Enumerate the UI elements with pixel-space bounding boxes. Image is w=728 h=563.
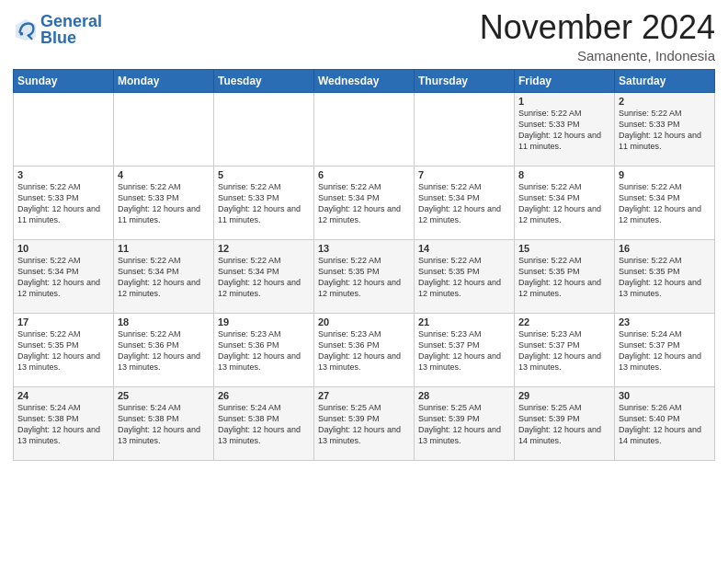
header-friday: Friday bbox=[515, 69, 615, 92]
day-info: Sunrise: 5:22 AM Sunset: 5:36 PM Dayligh… bbox=[118, 328, 210, 373]
day-info: Sunrise: 5:22 AM Sunset: 5:34 PM Dayligh… bbox=[619, 181, 711, 226]
day-number: 12 bbox=[218, 243, 310, 254]
calendar-cell: 21Sunrise: 5:23 AM Sunset: 5:37 PM Dayli… bbox=[415, 313, 515, 386]
day-info: Sunrise: 5:23 AM Sunset: 5:37 PM Dayligh… bbox=[418, 328, 510, 373]
title-block: November 2024 Samanente, Indonesia bbox=[480, 9, 715, 63]
day-number: 27 bbox=[318, 390, 410, 401]
calendar-cell: 11Sunrise: 5:22 AM Sunset: 5:34 PM Dayli… bbox=[114, 239, 214, 313]
day-info: Sunrise: 5:24 AM Sunset: 5:38 PM Dayligh… bbox=[218, 402, 310, 447]
calendar-cell: 25Sunrise: 5:24 AM Sunset: 5:38 PM Dayli… bbox=[114, 386, 214, 460]
calendar-cell: 28Sunrise: 5:25 AM Sunset: 5:39 PM Dayli… bbox=[415, 386, 515, 460]
calendar-cell: 7Sunrise: 5:22 AM Sunset: 5:34 PM Daylig… bbox=[415, 166, 515, 239]
day-number: 7 bbox=[418, 169, 510, 180]
day-number: 30 bbox=[619, 390, 711, 401]
day-number: 5 bbox=[218, 169, 310, 180]
calendar-week-2: 10Sunrise: 5:22 AM Sunset: 5:34 PM Dayli… bbox=[14, 239, 715, 313]
day-info: Sunrise: 5:22 AM Sunset: 5:34 PM Dayligh… bbox=[418, 181, 510, 226]
calendar-cell: 1Sunrise: 5:22 AM Sunset: 5:33 PM Daylig… bbox=[515, 92, 615, 166]
calendar-cell: 23Sunrise: 5:24 AM Sunset: 5:37 PM Dayli… bbox=[615, 313, 715, 386]
calendar-cell: 14Sunrise: 5:22 AM Sunset: 5:35 PM Dayli… bbox=[415, 239, 515, 313]
calendar-cell: 2Sunrise: 5:22 AM Sunset: 5:33 PM Daylig… bbox=[615, 92, 715, 166]
day-info: Sunrise: 5:22 AM Sunset: 5:35 PM Dayligh… bbox=[619, 255, 711, 300]
calendar-cell bbox=[214, 92, 314, 166]
day-number: 14 bbox=[418, 243, 510, 254]
day-number: 15 bbox=[518, 243, 610, 254]
calendar-cell: 30Sunrise: 5:26 AM Sunset: 5:40 PM Dayli… bbox=[615, 386, 715, 460]
location: Samanente, Indonesia bbox=[480, 48, 715, 63]
month-title: November 2024 bbox=[480, 9, 715, 46]
page: General Blue November 2024 Samanente, In… bbox=[0, 0, 728, 563]
day-number: 17 bbox=[17, 316, 109, 327]
day-info: Sunrise: 5:22 AM Sunset: 5:33 PM Dayligh… bbox=[518, 108, 610, 153]
calendar-cell: 3Sunrise: 5:22 AM Sunset: 5:33 PM Daylig… bbox=[14, 166, 114, 239]
calendar-cell bbox=[114, 92, 214, 166]
day-number: 24 bbox=[17, 390, 109, 401]
calendar-header-row: Sunday Monday Tuesday Wednesday Thursday… bbox=[14, 69, 715, 92]
day-info: Sunrise: 5:22 AM Sunset: 5:34 PM Dayligh… bbox=[518, 181, 610, 226]
day-info: Sunrise: 5:23 AM Sunset: 5:37 PM Dayligh… bbox=[518, 328, 610, 373]
header-sunday: Sunday bbox=[14, 69, 114, 92]
header: General Blue November 2024 Samanente, In… bbox=[13, 9, 715, 63]
calendar-cell: 13Sunrise: 5:22 AM Sunset: 5:35 PM Dayli… bbox=[314, 239, 415, 313]
calendar-cell: 8Sunrise: 5:22 AM Sunset: 5:34 PM Daylig… bbox=[515, 166, 615, 239]
svg-point-1 bbox=[19, 32, 23, 36]
calendar-cell: 12Sunrise: 5:22 AM Sunset: 5:34 PM Dayli… bbox=[214, 239, 314, 313]
calendar-cell: 18Sunrise: 5:22 AM Sunset: 5:36 PM Dayli… bbox=[114, 313, 214, 386]
day-number: 25 bbox=[118, 390, 210, 401]
day-number: 9 bbox=[619, 169, 711, 180]
day-info: Sunrise: 5:22 AM Sunset: 5:34 PM Dayligh… bbox=[17, 255, 109, 300]
day-info: Sunrise: 5:25 AM Sunset: 5:39 PM Dayligh… bbox=[518, 402, 610, 447]
calendar-cell bbox=[314, 92, 415, 166]
calendar-cell: 6Sunrise: 5:22 AM Sunset: 5:34 PM Daylig… bbox=[314, 166, 415, 239]
calendar-cell: 16Sunrise: 5:22 AM Sunset: 5:35 PM Dayli… bbox=[615, 239, 715, 313]
day-info: Sunrise: 5:22 AM Sunset: 5:35 PM Dayligh… bbox=[17, 328, 109, 373]
day-info: Sunrise: 5:22 AM Sunset: 5:35 PM Dayligh… bbox=[318, 255, 410, 300]
day-info: Sunrise: 5:22 AM Sunset: 5:33 PM Dayligh… bbox=[218, 181, 310, 226]
calendar-week-4: 24Sunrise: 5:24 AM Sunset: 5:38 PM Dayli… bbox=[14, 386, 715, 460]
day-number: 26 bbox=[218, 390, 310, 401]
logo: General Blue bbox=[13, 13, 102, 46]
calendar-cell: 24Sunrise: 5:24 AM Sunset: 5:38 PM Dayli… bbox=[14, 386, 114, 460]
day-number: 2 bbox=[619, 96, 711, 107]
day-number: 6 bbox=[318, 169, 410, 180]
calendar-week-0: 1Sunrise: 5:22 AM Sunset: 5:33 PM Daylig… bbox=[14, 92, 715, 166]
day-info: Sunrise: 5:22 AM Sunset: 5:34 PM Dayligh… bbox=[218, 255, 310, 300]
day-number: 20 bbox=[318, 316, 410, 327]
day-number: 28 bbox=[418, 390, 510, 401]
calendar-cell bbox=[415, 92, 515, 166]
header-monday: Monday bbox=[114, 69, 214, 92]
day-info: Sunrise: 5:26 AM Sunset: 5:40 PM Dayligh… bbox=[619, 402, 711, 447]
day-number: 29 bbox=[518, 390, 610, 401]
day-number: 21 bbox=[418, 316, 510, 327]
logo-text2: Blue bbox=[40, 29, 102, 46]
day-info: Sunrise: 5:23 AM Sunset: 5:36 PM Dayligh… bbox=[318, 328, 410, 373]
logo-text: General bbox=[40, 13, 102, 29]
calendar: Sunday Monday Tuesday Wednesday Thursday… bbox=[13, 69, 715, 461]
calendar-cell: 19Sunrise: 5:23 AM Sunset: 5:36 PM Dayli… bbox=[214, 313, 314, 386]
day-number: 4 bbox=[118, 169, 210, 180]
day-number: 10 bbox=[17, 243, 109, 254]
calendar-cell: 29Sunrise: 5:25 AM Sunset: 5:39 PM Dayli… bbox=[515, 386, 615, 460]
calendar-cell: 15Sunrise: 5:22 AM Sunset: 5:35 PM Dayli… bbox=[515, 239, 615, 313]
calendar-cell: 10Sunrise: 5:22 AM Sunset: 5:34 PM Dayli… bbox=[14, 239, 114, 313]
day-number: 18 bbox=[118, 316, 210, 327]
day-info: Sunrise: 5:22 AM Sunset: 5:33 PM Dayligh… bbox=[118, 181, 210, 226]
calendar-cell: 4Sunrise: 5:22 AM Sunset: 5:33 PM Daylig… bbox=[114, 166, 214, 239]
header-tuesday: Tuesday bbox=[214, 69, 314, 92]
day-info: Sunrise: 5:25 AM Sunset: 5:39 PM Dayligh… bbox=[318, 402, 410, 447]
day-number: 19 bbox=[218, 316, 310, 327]
day-info: Sunrise: 5:24 AM Sunset: 5:37 PM Dayligh… bbox=[619, 328, 711, 373]
day-number: 3 bbox=[17, 169, 109, 180]
day-info: Sunrise: 5:24 AM Sunset: 5:38 PM Dayligh… bbox=[17, 402, 109, 447]
day-number: 8 bbox=[518, 169, 610, 180]
day-info: Sunrise: 5:22 AM Sunset: 5:33 PM Dayligh… bbox=[17, 181, 109, 226]
day-number: 11 bbox=[118, 243, 210, 254]
day-info: Sunrise: 5:22 AM Sunset: 5:34 PM Dayligh… bbox=[118, 255, 210, 300]
day-info: Sunrise: 5:24 AM Sunset: 5:38 PM Dayligh… bbox=[118, 402, 210, 447]
calendar-cell: 22Sunrise: 5:23 AM Sunset: 5:37 PM Dayli… bbox=[515, 313, 615, 386]
day-number: 22 bbox=[518, 316, 610, 327]
day-number: 16 bbox=[619, 243, 711, 254]
header-wednesday: Wednesday bbox=[314, 69, 415, 92]
day-info: Sunrise: 5:22 AM Sunset: 5:33 PM Dayligh… bbox=[619, 108, 711, 153]
calendar-week-3: 17Sunrise: 5:22 AM Sunset: 5:35 PM Dayli… bbox=[14, 313, 715, 386]
